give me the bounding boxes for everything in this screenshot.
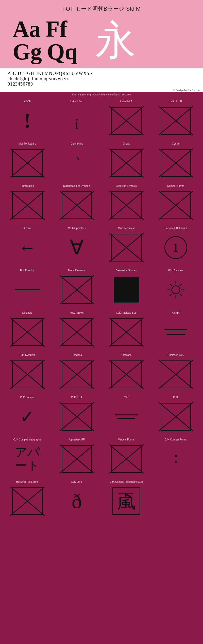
char-cell-36: Half And Full Forms (3, 478, 52, 521)
char-cell-28: CJK Compat✓ (3, 394, 52, 436)
char-cell-18: Geometric Shapes (101, 267, 151, 309)
char-cell-9: Diacriticals For Symbols (52, 183, 101, 225)
char-label-35: CJK Compat Forms (165, 438, 187, 441)
preview-latin: Aa Ff Gg Qq (13, 18, 77, 63)
char-label-17: Block Elements (68, 269, 86, 272)
credit-line: © Design by fontke.com (0, 88, 203, 92)
char-label-37: CJK Ext B (71, 480, 83, 483)
char-display-38: 颪 (110, 485, 143, 518)
char-label-26: Katakana (121, 354, 131, 356)
char-display-2 (110, 104, 143, 137)
char-cell-22: CJK Radicals Sup (101, 309, 151, 352)
char-label-33: Alphabetic PF (69, 438, 84, 441)
char-label-14: Misc Technical (118, 227, 134, 230)
char-display-7 (159, 147, 192, 179)
char-label-36: Half And Full Forms (16, 480, 39, 483)
char-cell-1: Latin 1 Sup¡ (52, 98, 101, 140)
char-label-28: CJK Compat (20, 396, 35, 399)
char-cell-6: Greek (101, 140, 151, 183)
char-display-21 (60, 316, 93, 349)
char-display-11 (159, 189, 192, 222)
char-label-12: Arrows (23, 227, 31, 230)
char-cell-37: CJK Ext Bð (52, 478, 101, 521)
char-display-27 (159, 358, 192, 391)
char-label-7: Cyrillic (172, 142, 179, 145)
char-cell-24: CJK Symbols (3, 352, 52, 394)
char-label-8: Punctuation (21, 185, 34, 187)
char-display-24 (11, 358, 44, 391)
char-display-28: ✓ (11, 400, 44, 433)
char-display-37: ð (60, 485, 93, 518)
char-display-39 (159, 482, 192, 515)
char-display-1: ¡ (60, 104, 93, 137)
char-label-16: Box Drawing (20, 269, 35, 272)
alphabet-section: ABCDEFGHIJKLMNOPQRSTUVWXYZ abcdefghijklm… (0, 68, 203, 88)
char-display-0: ! (11, 104, 44, 137)
char-cell-19: Misc Symbols (151, 267, 200, 309)
char-label-22: CJK Radicals Sup (116, 311, 137, 314)
char-label-5: Diacriticals (71, 142, 83, 145)
char-display-34 (110, 442, 143, 475)
char-label-29: CJK Ext A (71, 396, 82, 399)
char-display-22 (110, 316, 143, 349)
char-label-6: Greek (123, 142, 130, 145)
char-display-10 (110, 189, 143, 222)
char-cell-4: Modifier Letters (3, 140, 52, 183)
char-label-27: Enclosed CJK (168, 354, 184, 356)
char-display-20 (11, 316, 44, 349)
header-section: FOT-モード明朝Bラージ Std M Aa Ff Gg Qq 永 (0, 0, 203, 68)
char-display-8 (11, 189, 44, 222)
char-cell-13: Math Operators∀ (52, 225, 101, 267)
char-cell-3: Latin Ext B (151, 98, 200, 140)
char-label-13: Math Operators (68, 227, 86, 230)
kanji-preview: 永 (95, 20, 136, 61)
svg-line-6 (170, 284, 172, 286)
char-cell-34: Vertical Forms (101, 436, 151, 478)
char-cell-30: CJK (101, 394, 151, 436)
source-line: Font Source: http://www.fontke.com/font/… (0, 92, 203, 97)
char-cell-38: CJK Compat Ideographs Sup颪 (101, 478, 151, 521)
char-cell-17: Block Elements (52, 267, 101, 309)
svg-point-0 (172, 286, 180, 294)
char-label-3: Latin Ext B (170, 100, 182, 103)
char-label-25: Hiragana (72, 354, 82, 356)
char-Qq: Qq (47, 41, 77, 63)
char-Ff: Ff (46, 18, 67, 41)
char-label-4: Modifier Letters (19, 142, 36, 145)
char-display-12: ← (11, 231, 44, 264)
char-label-0: ASCII (24, 100, 30, 103)
char-cell-0: ASCII! (3, 98, 52, 140)
char-label-24: CJK Symbols (20, 354, 35, 356)
char-label-2: Latin Ext A (120, 100, 132, 103)
char-display-9 (60, 189, 93, 222)
char-label-15: Enclosed Alphanum (164, 227, 187, 230)
char-cell-2: Latin Ext A (101, 98, 151, 140)
char-cell-7: Cyrillic (151, 140, 200, 183)
char-display-5: ` (60, 147, 93, 179)
char-cell-35: CJK Compat Forms∶ (151, 436, 200, 478)
char-display-4 (11, 147, 44, 179)
alphabet-nums: 0123456789 (8, 82, 195, 87)
char-cell-14: Misc Technical (101, 225, 151, 267)
char-display-19 (159, 273, 192, 306)
char-cell-25: Hiragana (52, 352, 101, 394)
char-cell-15: Enclosed Alphanum1 (151, 225, 200, 267)
char-display-30 (110, 400, 143, 433)
char-cell-27: Enclosed CJK (151, 352, 200, 394)
char-label-23: Kangxi (172, 311, 180, 314)
char-display-14 (110, 231, 143, 264)
char-display-33 (60, 442, 93, 475)
char-display-23 (159, 316, 192, 349)
char-label-34: Vertical Forms (118, 438, 134, 441)
char-label-18: Geometric Shapes (116, 269, 137, 272)
preview-row-1: Aa Ff (13, 18, 77, 41)
char-cell-31: PUA (151, 394, 200, 436)
char-cell-39 (151, 478, 200, 521)
char-label-32: CJK Compat Ideographs (13, 438, 41, 441)
char-label-9: Diacriticals For Symbols (63, 185, 90, 187)
char-label-20: Dingbats (22, 311, 32, 314)
char-display-17 (60, 273, 93, 306)
alphabet-upper: ABCDEFGHIJKLMNOPQRSTUVWXYZ (8, 71, 195, 76)
char-display-13: ∀ (60, 231, 93, 264)
char-label-38: CJK Compat Ideographs Sup (110, 480, 143, 483)
